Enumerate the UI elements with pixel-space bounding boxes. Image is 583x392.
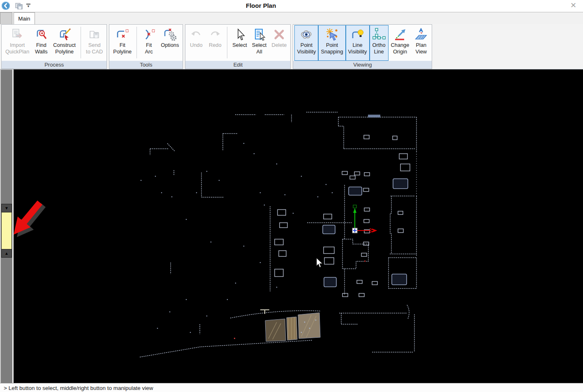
tab-strip-corner bbox=[0, 12, 12, 24]
stray-points bbox=[141, 143, 333, 333]
button-label: Snapping bbox=[321, 48, 343, 55]
redo-icon bbox=[208, 27, 222, 42]
fit-polyline-icon bbox=[116, 27, 130, 42]
group-separator bbox=[227, 27, 227, 58]
fixture-outlines bbox=[275, 135, 410, 297]
ribbon-group-process: ImportQuickPlanFindWallsConstructPolylin… bbox=[1, 24, 107, 69]
ribbon: ImportQuickPlanFindWallsConstructPolylin… bbox=[0, 24, 583, 69]
select-all-button[interactable]: SelectAll bbox=[250, 25, 269, 61]
delete-button[interactable]: Delete bbox=[269, 25, 289, 61]
point-snapping-button[interactable]: PointSnapping bbox=[318, 25, 345, 61]
group-label: Process bbox=[2, 61, 106, 69]
dense-scan-patch bbox=[368, 115, 380, 118]
line-visibility-icon bbox=[351, 27, 365, 42]
import-quickplan-button[interactable]: ImportQuickPlan bbox=[3, 25, 32, 61]
button-label: Change bbox=[391, 42, 409, 48]
options-button[interactable]: Options bbox=[158, 25, 181, 61]
select-button[interactable]: Select bbox=[230, 25, 250, 61]
ribbon-group-viewing: PointVisibilityPointSnappingLineVisibili… bbox=[293, 24, 432, 69]
ortho-line-button[interactable]: OrthoLine bbox=[370, 25, 389, 61]
delete-icon bbox=[272, 27, 286, 42]
button-label: Fit bbox=[120, 42, 125, 48]
undo-icon bbox=[189, 27, 203, 42]
level-slider[interactable]: ▼ ▲ bbox=[1, 204, 12, 258]
change-origin-button[interactable]: ChangeOrigin bbox=[389, 25, 412, 61]
send-to-cad-button[interactable]: Sendto CAD bbox=[83, 25, 105, 61]
button-label: Send bbox=[88, 42, 101, 48]
level-slider-panel: ▼ ▲ bbox=[0, 69, 12, 383]
triangle-down-icon: ▼ bbox=[5, 206, 9, 210]
button-label: Options bbox=[161, 42, 179, 48]
button-label: Ortho bbox=[372, 42, 386, 48]
workspace: ▼ ▲ bbox=[0, 69, 583, 383]
fit-arc-icon bbox=[142, 27, 156, 42]
button-label: Fit bbox=[146, 42, 152, 48]
line-visibility-button[interactable]: LineVisibility bbox=[346, 25, 370, 61]
plan-view-button[interactable]: PlanView bbox=[412, 25, 430, 61]
slider-down-button[interactable]: ▼ bbox=[1, 204, 12, 212]
import-quickplan-icon bbox=[10, 27, 24, 42]
button-label: QuickPlan bbox=[5, 48, 29, 55]
point-snapping-icon bbox=[325, 27, 339, 42]
slider-track[interactable] bbox=[1, 212, 12, 249]
button-label: Construct bbox=[53, 42, 76, 48]
point-visibility-button[interactable]: PointVisibility bbox=[294, 25, 318, 61]
button-label: Polyline bbox=[55, 48, 74, 55]
ribbon-tab-row: Main bbox=[0, 12, 583, 24]
button-label: Line bbox=[352, 42, 362, 48]
fit-arc-button[interactable]: FitArc bbox=[139, 25, 158, 61]
save-icon bbox=[15, 2, 23, 10]
point-visibility-icon bbox=[299, 27, 313, 42]
back-button[interactable] bbox=[1, 1, 10, 10]
button-label: Select bbox=[232, 42, 247, 48]
button-label: Plan bbox=[416, 42, 427, 48]
change-origin-icon bbox=[393, 27, 407, 42]
button-label: Point bbox=[326, 42, 338, 48]
button-label: Visibility bbox=[297, 48, 316, 55]
close-button[interactable]: ✕ bbox=[568, 1, 579, 10]
redo-button[interactable]: Redo bbox=[206, 25, 224, 61]
button-label: Polyline bbox=[113, 48, 132, 55]
button-label: Line bbox=[374, 48, 384, 55]
undo-button[interactable]: Undo bbox=[187, 25, 206, 61]
status-message: > Left button to select, middle/right bu… bbox=[4, 385, 153, 391]
button-label: Origin bbox=[393, 48, 407, 55]
ribbon-groups: ImportQuickPlanFindWallsConstructPolylin… bbox=[1, 24, 434, 69]
group-label: Tools bbox=[109, 61, 183, 69]
ortho-line-icon bbox=[372, 27, 386, 42]
title-bar: ▼ Floor Plan ✕ bbox=[0, 0, 583, 12]
button-label: Redo bbox=[209, 42, 222, 48]
save-layout-button[interactable] bbox=[15, 2, 23, 10]
button-label: Arc bbox=[145, 48, 153, 55]
button-label: Select bbox=[252, 42, 267, 48]
find-walls-icon bbox=[34, 27, 48, 42]
select-icon bbox=[233, 27, 247, 42]
slider-up-button[interactable]: ▲ bbox=[1, 249, 12, 258]
button-label: Walls bbox=[35, 48, 48, 55]
options-icon bbox=[163, 27, 177, 42]
button-label: to CAD bbox=[86, 48, 103, 55]
point-cloud-viewport[interactable] bbox=[14, 69, 583, 383]
group-label: Edit bbox=[185, 61, 290, 69]
quick-access-dropdown[interactable]: ▼ bbox=[26, 4, 30, 9]
button-label: Point bbox=[301, 42, 312, 48]
find-walls-button[interactable]: FindWalls bbox=[32, 25, 51, 61]
chevron-left-circle-icon bbox=[1, 1, 10, 10]
select-all-icon bbox=[252, 27, 266, 42]
mouse-cursor bbox=[317, 258, 322, 267]
construct-polyline-button[interactable]: ConstructPolyline bbox=[51, 25, 78, 61]
triangle-up-icon: ▲ bbox=[5, 251, 9, 256]
stair-textures bbox=[265, 313, 320, 341]
button-label: View bbox=[416, 48, 427, 55]
ribbon-group-tools: FitPolylineFitArcOptionsTools bbox=[109, 24, 183, 69]
chevron-down-icon: ▼ bbox=[26, 5, 30, 8]
button-label: All bbox=[257, 48, 262, 55]
button-label: Undo bbox=[190, 42, 203, 48]
fit-polyline-button[interactable]: FitPolyline bbox=[111, 25, 134, 61]
button-label: Import bbox=[10, 42, 25, 48]
plan-view-icon bbox=[414, 27, 428, 42]
send-to-cad-icon bbox=[88, 27, 102, 42]
group-separator bbox=[136, 27, 137, 58]
tab-main[interactable]: Main bbox=[14, 12, 35, 24]
construct-polyline-icon bbox=[58, 27, 72, 42]
